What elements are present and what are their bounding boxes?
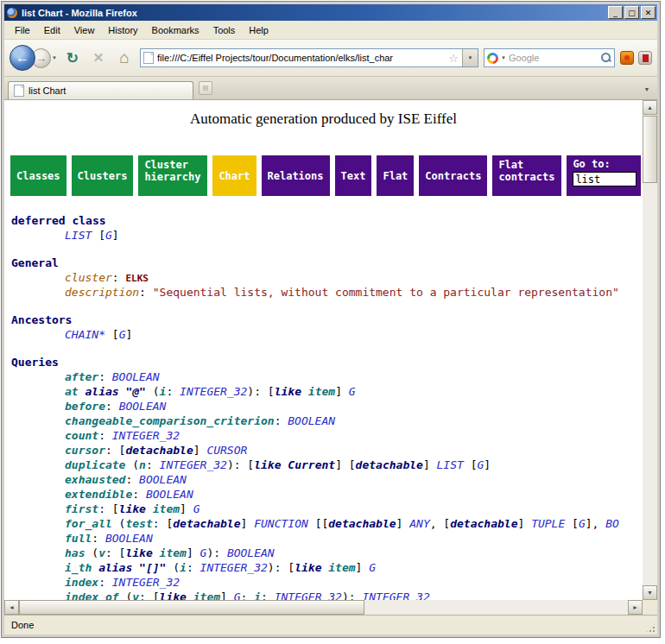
titlebar[interactable]: list Chart - Mozilla Firefox _ □ ✕ [4, 4, 657, 21]
code-token-cls[interactable]: LIST [65, 229, 92, 242]
back-button[interactable]: ← [10, 45, 35, 71]
code-token-cls[interactable]: INTEGER_32 [112, 429, 180, 442]
code-token-cls[interactable]: BOOLEAN [146, 488, 193, 501]
menu-help[interactable]: Help [242, 22, 276, 38]
url-text[interactable]: file:///C:/Eiffel Projects/tour/Document… [157, 53, 445, 63]
code-token-cls[interactable]: LIST [437, 458, 464, 471]
menu-history[interactable]: History [101, 22, 144, 38]
code-token-hd: Queries [11, 356, 59, 369]
code-token-cls[interactable]: BOOLEAN [227, 546, 275, 559]
code-line: i_th alias "[]" (i: INTEGER_32): [like i… [11, 560, 643, 575]
code-token-cls[interactable]: TUPLE [531, 517, 565, 530]
code-line: index: INTEGER_32 [11, 575, 643, 590]
code-token-cls[interactable]: INTEGER_32 [275, 590, 342, 600]
code-token-feat: v [132, 590, 139, 600]
nav-button-flat-contracts[interactable]: Flat contracts [492, 155, 561, 196]
home-button[interactable]: ⌂ [114, 47, 135, 69]
search-input[interactable]: Google [509, 53, 598, 63]
vertical-scroll-thumb[interactable] [643, 116, 657, 183]
goto-input[interactable] [573, 172, 636, 186]
code-line: before: BOOLEAN [11, 399, 643, 414]
code-token-pl: ] [517, 517, 531, 530]
code-token-pl: : [125, 473, 139, 486]
resize-grip[interactable] [645, 622, 656, 634]
code-token-cls[interactable]: ANY [409, 517, 429, 530]
history-dropdown-icon[interactable]: ▼ [52, 55, 57, 60]
code-token-pl: ; [241, 590, 255, 600]
code-token-feat: for_all [65, 517, 112, 530]
scroll-left-button[interactable]: ◄ [4, 600, 19, 615]
stop-button[interactable]: ✕ [88, 47, 109, 69]
menu-file[interactable]: File [8, 22, 37, 38]
location-bar[interactable]: file:///C:/Eiffel Projects/tour/Document… [140, 48, 478, 67]
code-token-cls[interactable]: G [234, 590, 241, 600]
nav-button-flat[interactable]: Flat [377, 155, 414, 196]
page-viewport: Automatic generation produced by ISE Eif… [4, 100, 643, 600]
bookmark-star-icon[interactable]: ☆ [448, 52, 459, 65]
goto-label: Go to: [573, 158, 635, 170]
nav-button-classes[interactable]: Classes [10, 155, 66, 196]
vertical-scrollbar[interactable]: ▲ ▼ [643, 100, 657, 600]
scroll-up-button[interactable]: ▲ [643, 100, 657, 115]
close-button[interactable]: ✕ [641, 6, 656, 19]
menu-edit[interactable]: Edit [37, 22, 67, 38]
tab-strip-extra-button[interactable] [199, 81, 212, 95]
horizontal-scrollbar[interactable]: ◄ ► [4, 600, 643, 615]
code-token-pl: : [112, 271, 126, 284]
code-token-cls[interactable]: BOOLEAN [112, 370, 160, 383]
code-line: full: BOOLEAN [11, 531, 643, 546]
tab-list-chart[interactable]: list Chart [8, 81, 193, 99]
code-token-cls[interactable]: FUNCTION [254, 517, 308, 530]
menu-bookmarks[interactable]: Bookmarks [145, 22, 206, 38]
addon-icon-2[interactable] [638, 51, 652, 65]
code-token-cls[interactable]: G [105, 229, 112, 242]
maximize-button[interactable]: □ [624, 6, 639, 19]
code-token-cls[interactable]: CHAIN* [65, 328, 105, 341]
code-token-clu: ELKS [125, 273, 149, 284]
menu-tools[interactable]: Tools [206, 22, 243, 38]
tab-page-icon [14, 85, 24, 97]
code-token-cls[interactable]: BOOLEAN [105, 532, 153, 545]
code-token-pl: ( [125, 458, 139, 471]
search-bar[interactable]: ▼ Google [484, 48, 615, 67]
code-token-cls[interactable]: G [193, 502, 200, 515]
code-token-feat: item [328, 561, 355, 574]
horizontal-scroll-thumb[interactable] [19, 600, 364, 615]
tab-list-dropdown-button[interactable]: ▼ [640, 81, 654, 97]
code-token-cls[interactable]: CURSOR [206, 444, 247, 457]
scroll-down-button[interactable]: ▼ [643, 585, 657, 600]
minimize-button[interactable]: _ [608, 6, 623, 19]
nav-button-chart[interactable]: Chart [212, 155, 256, 196]
nav-button-contracts[interactable]: Contracts [419, 155, 487, 196]
nav-button-cluster-hierarchy[interactable]: Cluster hierarchy [138, 155, 207, 196]
code-token-cls[interactable]: G [579, 517, 586, 530]
nav-button-clusters[interactable]: Clusters [72, 155, 134, 196]
code-token-cls[interactable]: G [349, 385, 356, 398]
scroll-right-button[interactable]: ► [628, 600, 643, 615]
code-token-cls[interactable]: BOOLEAN [119, 400, 167, 413]
menu-view[interactable]: View [67, 22, 102, 38]
chart-nav: ClassesClustersCluster hierarchyChartRel… [10, 155, 643, 196]
nav-button-relations[interactable]: Relations [262, 155, 330, 196]
code-token-cls[interactable]: INTEGER_32 [180, 385, 247, 398]
nav-button-text[interactable]: Text [335, 155, 372, 196]
google-logo-icon [487, 53, 498, 64]
code-token-hd: deferred class [11, 214, 106, 227]
code-token-cls[interactable]: INTEGER_32 [160, 458, 227, 471]
code-token-cls[interactable]: INTEGER_32 [112, 576, 180, 589]
search-engine-dropdown-icon[interactable]: ▼ [501, 55, 506, 60]
code-token-cls[interactable]: BOOLEAN [139, 473, 187, 486]
location-dropdown-button[interactable]: ▼ [462, 49, 478, 66]
reload-button[interactable]: ↻ [62, 47, 83, 69]
code-token-cls[interactable]: INTEGER_32 [362, 590, 429, 600]
code-token-pl: : [105, 400, 119, 413]
code-token-hd: General [11, 256, 59, 269]
code-token-pl: : [ [98, 502, 118, 515]
code-token-cls[interactable]: G [369, 561, 376, 574]
code-token-cls[interactable]: BOOLEAN [288, 414, 335, 427]
code-token-cls[interactable]: BO [605, 517, 619, 530]
search-icon[interactable] [601, 53, 611, 63]
code-line: has (v: [like item] G): BOOLEAN [11, 546, 643, 560]
addon-icon-1[interactable] [620, 51, 634, 65]
code-token-cls[interactable]: INTEGER_32 [200, 561, 268, 574]
